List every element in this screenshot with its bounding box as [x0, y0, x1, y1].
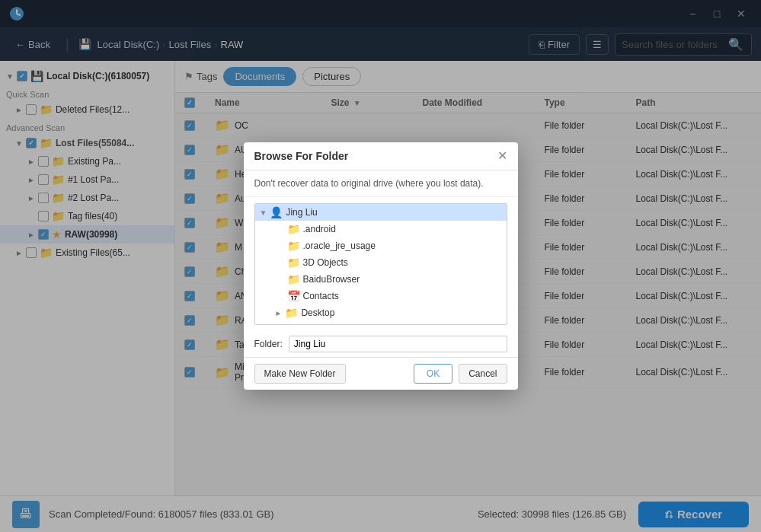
modal-tree[interactable]: ▼ 👤 Jing Liu 📁 .android 📁 .oracle_jre_us…	[254, 203, 507, 325]
tree-folder-icon: 📁	[287, 223, 300, 235]
tree-root-item[interactable]: ▼ 👤 Jing Liu	[255, 204, 507, 221]
tree-folder-icon: 📁	[287, 240, 300, 252]
tree-root-label: Jing Liu	[286, 207, 317, 218]
tree-item-label: BaiduBrowser	[303, 274, 360, 285]
modal-footer: Make New Folder OK Cancel	[244, 357, 518, 390]
folder-label-text: Folder:	[254, 339, 283, 349]
folder-path-input[interactable]	[289, 336, 507, 352]
tree-user-icon: 👤	[270, 206, 283, 218]
modal-footer-right: OK Cancel	[414, 364, 507, 384]
ok-button[interactable]: OK	[414, 364, 452, 384]
tree-item-arrow: ►	[275, 309, 283, 317]
modal-overlay: Browse For Folder ✕ Don't recover data t…	[0, 0, 761, 532]
tree-item-label: .android	[303, 224, 336, 234]
tree-item[interactable]: 📁 3D Objects	[255, 254, 507, 271]
folder-label-row: Folder:	[244, 331, 518, 357]
tree-folder-icon: 📁	[287, 256, 300, 269]
tree-item-label: .oracle_jre_usage	[303, 241, 376, 251]
modal-close-button[interactable]: ✕	[497, 150, 507, 162]
tree-item-label: Desktop	[301, 307, 334, 318]
tree-item[interactable]: 📁 .android	[255, 221, 507, 237]
tree-folder-icon: 📁	[287, 273, 300, 285]
modal-title: Browse For Folder	[254, 150, 349, 162]
tree-item-label: Contacts	[303, 291, 339, 301]
browse-folder-modal: Browse For Folder ✕ Don't recover data t…	[244, 142, 518, 390]
tree-item[interactable]: ► 📁 Desktop	[255, 304, 507, 321]
modal-warning: Don't recover data to original drive (wh…	[244, 170, 518, 197]
warning-text: Don't recover data to original drive (wh…	[254, 178, 484, 189]
tree-item[interactable]: 📁 BaiduBrowser	[255, 271, 507, 288]
make-new-folder-button[interactable]: Make New Folder	[254, 364, 346, 384]
tree-item[interactable]: 📅 Contacts	[255, 288, 507, 304]
modal-header: Browse For Folder ✕	[244, 142, 518, 170]
tree-item-label: 3D Objects	[303, 257, 348, 268]
tree-folder-icon: 📁	[285, 307, 298, 319]
tree-folder-icon: 📅	[287, 290, 300, 302]
cancel-button[interactable]: Cancel	[459, 364, 507, 384]
tree-item[interactable]: 📁 .oracle_jre_usage	[255, 237, 507, 254]
tree-root-arrow: ▼	[260, 209, 267, 217]
